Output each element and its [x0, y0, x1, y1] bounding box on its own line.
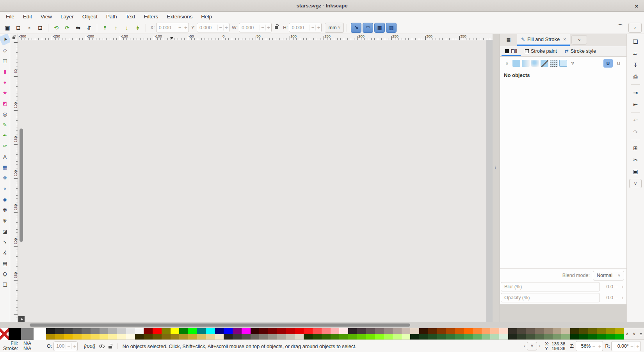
- y-decrement[interactable]: −: [217, 25, 223, 30]
- palette-swatch[interactable]: [206, 334, 215, 340]
- palette-swatch[interactable]: [544, 328, 553, 334]
- palette-swatch[interactable]: [188, 328, 197, 334]
- raise-to-top-button[interactable]: ↟: [100, 23, 110, 33]
- panel-resize-grip[interactable]: ⁝: [493, 34, 500, 322]
- palette-swatch[interactable]: [570, 334, 579, 340]
- close-tab-icon[interactable]: ×: [563, 37, 566, 42]
- fill-linear-gradient-button[interactable]: [522, 60, 530, 67]
- palette-swatch[interactable]: [233, 328, 242, 334]
- palette-swatch[interactable]: [553, 328, 562, 334]
- menu-path[interactable]: Path: [102, 13, 121, 20]
- palette-swatch[interactable]: [322, 334, 331, 340]
- opacity-decrement[interactable]: −: [613, 295, 619, 301]
- palette-swatch[interactable]: [153, 328, 162, 334]
- palette-scroll-down-button[interactable]: ∨: [633, 331, 636, 336]
- flip-vertical-button[interactable]: ⇵: [84, 23, 94, 33]
- star-tool[interactable]: ★: [0, 88, 10, 97]
- palette-swatch[interactable]: [482, 334, 491, 340]
- palette-swatch[interactable]: [402, 328, 411, 334]
- palette-swatch[interactable]: [348, 334, 357, 340]
- ruler-lock-icon[interactable]: [12, 37, 15, 39]
- palette-swatch[interactable]: [171, 334, 180, 340]
- fill-rule-nonzero-button[interactable]: ∪: [614, 59, 623, 68]
- gradient-tool[interactable]: ▦: [0, 163, 10, 172]
- rotate-cw-button[interactable]: ⟳: [62, 23, 72, 33]
- palette-swatch[interactable]: [64, 328, 73, 334]
- next-layer-button[interactable]: ›: [539, 343, 540, 349]
- raise-button[interactable]: ↑: [111, 23, 121, 33]
- palette-swatch[interactable]: [55, 328, 64, 334]
- fill-rule-evenodd-button[interactable]: ∪: [603, 59, 613, 68]
- collapse-toolbar-button[interactable]: ‹: [628, 23, 642, 33]
- palette-swatch[interactable]: [313, 334, 322, 340]
- palette-swatch[interactable]: [544, 334, 553, 340]
- palette-swatch[interactable]: [375, 328, 384, 334]
- fill-unknown-button[interactable]: ?: [569, 60, 576, 67]
- lower-to-bottom-button[interactable]: ↡: [133, 23, 143, 33]
- redo-button[interactable]: ↷: [630, 127, 640, 137]
- palette-swatch[interactable]: [410, 328, 419, 334]
- palette-swatch[interactable]: [91, 334, 100, 340]
- palette-swatch[interactable]: [251, 328, 260, 334]
- window-close-button[interactable]: ×: [632, 2, 641, 10]
- palette-swatch[interactable]: [268, 328, 277, 334]
- palette-swatch[interactable]: [162, 328, 171, 334]
- palette-swatch[interactable]: [615, 328, 624, 334]
- palette-swatch[interactable]: [162, 334, 171, 340]
- palette-swatch[interactable]: [482, 328, 491, 334]
- palette-swatch[interactable]: [464, 328, 473, 334]
- menu-edit[interactable]: Edit: [19, 13, 36, 20]
- palette-swatch[interactable]: [331, 334, 340, 340]
- palette-swatch[interactable]: [393, 328, 402, 334]
- palette-swatch[interactable]: [526, 334, 535, 340]
- layer-lock-icon[interactable]: [109, 346, 112, 348]
- palette-swatch[interactable]: [117, 328, 126, 334]
- horizontal-scrollbar[interactable]: [0, 322, 644, 328]
- canvas-viewport[interactable]: [486, 40, 493, 322]
- palette-swatch[interactable]: [91, 328, 100, 334]
- vertical-ruler[interactable]: 50100150200250300350: [10, 40, 18, 322]
- palette-swatch[interactable]: [46, 334, 55, 340]
- commands-expander-button[interactable]: ˅: [629, 179, 642, 188]
- toggle-move-patterns-button[interactable]: ▨: [386, 23, 397, 33]
- pages-tool[interactable]: ❏: [0, 280, 10, 289]
- palette-swatch[interactable]: [206, 328, 215, 334]
- palette-swatch[interactable]: [286, 328, 295, 334]
- palette-swatch[interactable]: [428, 328, 437, 334]
- palette-swatch[interactable]: [366, 334, 375, 340]
- prev-layer-button[interactable]: ‹: [524, 343, 525, 349]
- toggle-scale-stroke-button[interactable]: ↘: [351, 23, 361, 33]
- opacity-increment[interactable]: +: [619, 295, 626, 301]
- palette-swatch[interactable]: [117, 334, 126, 340]
- palette-swatch[interactable]: [251, 334, 260, 340]
- palette-swatch[interactable]: [535, 328, 544, 334]
- palette-swatch[interactable]: [419, 334, 428, 340]
- palette-swatch[interactable]: [197, 334, 206, 340]
- tab-fill[interactable]: Fill: [502, 46, 521, 56]
- palette-swatch[interactable]: [375, 334, 384, 340]
- palette-swatch[interactable]: [384, 334, 393, 340]
- y-increment[interactable]: +: [223, 25, 229, 30]
- palette-swatch[interactable]: [277, 328, 286, 334]
- palette-swatch[interactable]: [73, 334, 82, 340]
- palette-swatch[interactable]: [268, 334, 277, 340]
- tab-stroke-paint[interactable]: Stroke paint: [521, 46, 560, 56]
- lower-button[interactable]: ↓: [122, 23, 132, 33]
- palette-swatch[interactable]: [579, 334, 588, 340]
- palette-swatch[interactable]: [526, 328, 535, 334]
- tab-stroke-style[interactable]: ⇄ Stroke style: [561, 46, 600, 56]
- measure-tool[interactable]: ∡: [0, 248, 10, 257]
- spiral-tool[interactable]: ◎: [0, 109, 10, 119]
- palette-swatch[interactable]: [473, 334, 482, 340]
- palette-swatch[interactable]: [339, 334, 348, 340]
- palette-swatch[interactable]: [499, 334, 508, 340]
- palette-swatch[interactable]: [64, 334, 73, 340]
- palette-swatch[interactable]: [561, 334, 570, 340]
- palette-swatch[interactable]: [570, 328, 579, 334]
- palette-swatch[interactable]: [188, 334, 197, 340]
- paint-bucket-tool[interactable]: ◆: [0, 195, 10, 204]
- palette-swatch[interactable]: [286, 334, 295, 340]
- blend-mode-dropdown[interactable]: Normal ˅: [593, 271, 624, 281]
- palette-swatch[interactable]: [561, 328, 570, 334]
- dock-chevron-button[interactable]: ˅: [571, 35, 587, 45]
